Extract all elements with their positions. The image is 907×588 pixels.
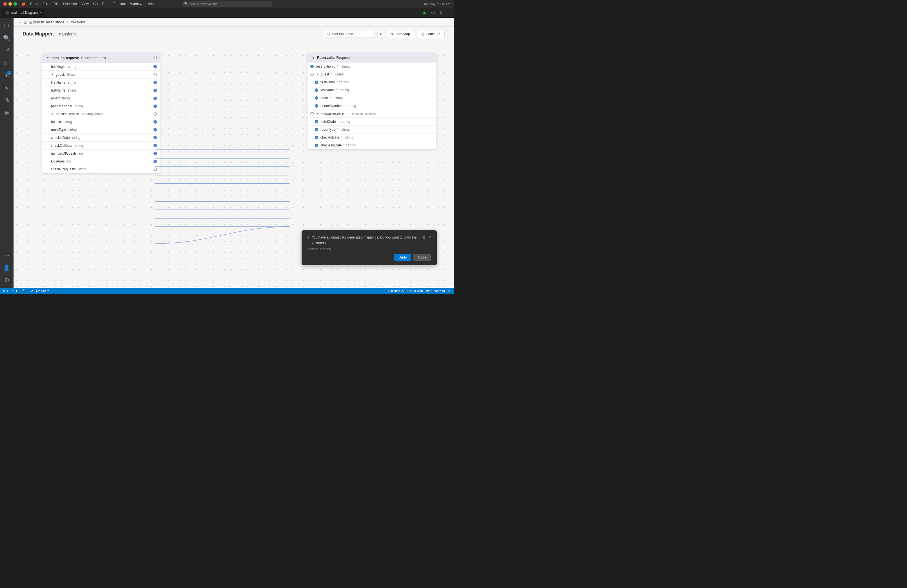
resevationDetails-menu[interactable]: ⋮	[428, 112, 432, 116]
left-card-connector[interactable]	[154, 56, 157, 59]
status-warning[interactable]: ⚠ 1	[11, 289, 17, 293]
status-mic[interactable]: 🎤 0	[21, 289, 27, 293]
guest-connector[interactable]	[154, 73, 157, 76]
code-icon[interactable]: </>	[431, 11, 436, 15]
field-name-checkInDate: checkInDate: string	[51, 136, 80, 140]
toast-gear-button[interactable]: ⚙	[422, 235, 426, 240]
title-bar: 🍎 Code File Edit Selection View Go Run T…	[0, 0, 454, 8]
sidebar-item-git[interactable]: ⎇	[1, 45, 13, 56]
sync-icon[interactable]: ⟳	[448, 289, 451, 293]
checkOutDate-menu[interactable]: ⋮	[428, 143, 432, 147]
phoneNumber-connector[interactable]	[154, 104, 157, 108]
reservationId-menu[interactable]: ⋮	[428, 64, 432, 69]
sidebar-item-run[interactable]: ▷	[1, 57, 13, 69]
firstName-left-connector[interactable]	[315, 80, 318, 84]
menu-apple[interactable]: 🍎	[21, 2, 26, 6]
right-field-phoneNumber: phoneNumber * : string ⋮	[308, 102, 436, 110]
roomType-left-connector[interactable]	[315, 128, 318, 131]
toast-close-button[interactable]: ×	[429, 235, 431, 240]
close-button[interactable]	[3, 2, 7, 6]
lastName-menu[interactable]: ⋮	[428, 88, 432, 92]
menu-file[interactable]: File	[43, 2, 48, 6]
field-name-hotelCode: hotelCode * : string	[320, 120, 426, 123]
sidebar-item-flask[interactable]: ⚗	[1, 95, 13, 106]
mapper-header: Data Mapper: transform ⬡ filter input an…	[13, 27, 454, 42]
lastName-left-connector[interactable]	[315, 88, 318, 92]
hotelCode-menu[interactable]: ⋮	[428, 119, 432, 124]
field-name-firstName: firstName: string	[51, 80, 76, 85]
breadcrumb-module[interactable]: ◱ publish_reservations	[29, 20, 64, 24]
toast-close-action-button[interactable]: Close	[413, 254, 431, 261]
sidebar-item-data[interactable]: ◈	[1, 82, 13, 93]
email-menu[interactable]: ⋮	[428, 96, 432, 100]
minimize-button[interactable]	[8, 2, 12, 6]
status-error[interactable]: ⊗ 1	[3, 289, 8, 293]
bookingDetails-connector[interactable]	[154, 112, 157, 116]
menu-terminal[interactable]: Terminal	[113, 2, 126, 6]
lastName-connector[interactable]	[154, 89, 157, 92]
filter-input[interactable]: ⬡ filter input and	[324, 31, 375, 37]
menu-window[interactable]: Window	[130, 2, 142, 6]
home-button[interactable]: ⌂	[24, 20, 26, 24]
checkInDate-menu[interactable]: ⋮	[428, 135, 432, 140]
more-actions-icon[interactable]: ⋯	[447, 10, 451, 16]
global-search[interactable]: 🔍 publish-reservations	[182, 1, 272, 7]
sidebar-item-github[interactable]: ◉	[1, 107, 13, 118]
menu-code[interactable]: Code	[30, 2, 38, 6]
menu-view[interactable]: View	[82, 2, 89, 6]
roomType-menu[interactable]: ⋮	[428, 127, 432, 132]
checkOutDate-connector[interactable]	[154, 144, 157, 147]
sidebar-item-settings[interactable]: ⚙	[1, 274, 13, 285]
firstName-connector[interactable]	[154, 81, 157, 84]
maximize-button[interactable]	[13, 2, 17, 6]
menu-selection[interactable]: Selection	[63, 2, 77, 6]
email-left-connector[interactable]	[315, 96, 318, 100]
split-editor-icon[interactable]: ⧉	[440, 10, 443, 15]
checkInDate-left-connector[interactable]	[315, 136, 318, 139]
bookingId-connector[interactable]	[154, 65, 157, 69]
sidebar-item-explorer[interactable]: ⬚	[1, 20, 13, 31]
field-roomType: roomType: string	[42, 126, 160, 134]
hotelCode-left-connector[interactable]	[315, 120, 318, 123]
sidebar-item-search[interactable]: 🔍	[1, 32, 13, 44]
menu-edit[interactable]: Edit	[53, 2, 59, 6]
main-tab[interactable]: ⬛ main.bal Diagram ×	[2, 8, 45, 18]
menu-run[interactable]: Run	[102, 2, 108, 6]
numberOfGuests-connector[interactable]	[154, 152, 157, 155]
mic-count: 0	[26, 289, 27, 293]
kidsAges-connector[interactable]	[154, 160, 157, 163]
hotelId-connector[interactable]	[154, 120, 157, 123]
toast-message: You have automatically generated mapping…	[312, 235, 419, 245]
resevationDetails-left-connector[interactable]	[310, 112, 314, 115]
checkInDate-connector[interactable]	[154, 136, 157, 139]
configure-button[interactable]: ◎ Configure	[417, 30, 445, 38]
right-card-chevron[interactable]: ▼	[312, 56, 315, 59]
guest-menu[interactable]: ⋮	[428, 72, 432, 77]
phoneNumber-menu[interactable]: ⋮	[428, 104, 432, 108]
sidebar-item-more[interactable]: ⋯	[1, 250, 13, 261]
email-connector[interactable]	[154, 96, 157, 100]
menu-help[interactable]: Help	[147, 2, 154, 6]
toast-header: ℹ You have automatically generated mappi…	[307, 235, 431, 245]
checkOutDate-left-connector[interactable]	[315, 144, 318, 147]
reservationId-left-connector[interactable]	[310, 65, 314, 68]
left-card-chevron[interactable]: ▼	[46, 56, 49, 59]
status-live-share[interactable]: ↗ Live Share	[31, 289, 49, 293]
phoneNumber-left-connector[interactable]	[315, 104, 318, 107]
sidebar-item-account[interactable]: 👤	[1, 262, 13, 273]
undo-button[interactable]: Undo	[394, 254, 412, 261]
roomType-connector[interactable]	[154, 128, 157, 131]
automap-button[interactable]: ✎ Auto Map	[387, 30, 414, 38]
firstName-menu[interactable]: ⋮	[428, 80, 432, 85]
sidebar-item-extensions[interactable]: ⊞ 1	[1, 70, 13, 81]
right-field-firstName: firstName * : string ⋮	[308, 78, 436, 86]
menu-go[interactable]: Go	[93, 2, 98, 6]
right-field-hotelCode: hotelCode * : string ⋮	[308, 118, 436, 126]
guest-left-connector[interactable]	[310, 73, 314, 76]
filter-dropdown[interactable]: ▾	[377, 31, 384, 37]
back-button[interactable]: ←	[18, 20, 22, 24]
toast-notification: ℹ You have automatically generated mappi…	[301, 230, 437, 265]
run-icon[interactable]: ▶	[423, 10, 426, 15]
tab-close-button[interactable]: ×	[39, 11, 42, 14]
specialRequests-connector[interactable]	[154, 168, 157, 171]
